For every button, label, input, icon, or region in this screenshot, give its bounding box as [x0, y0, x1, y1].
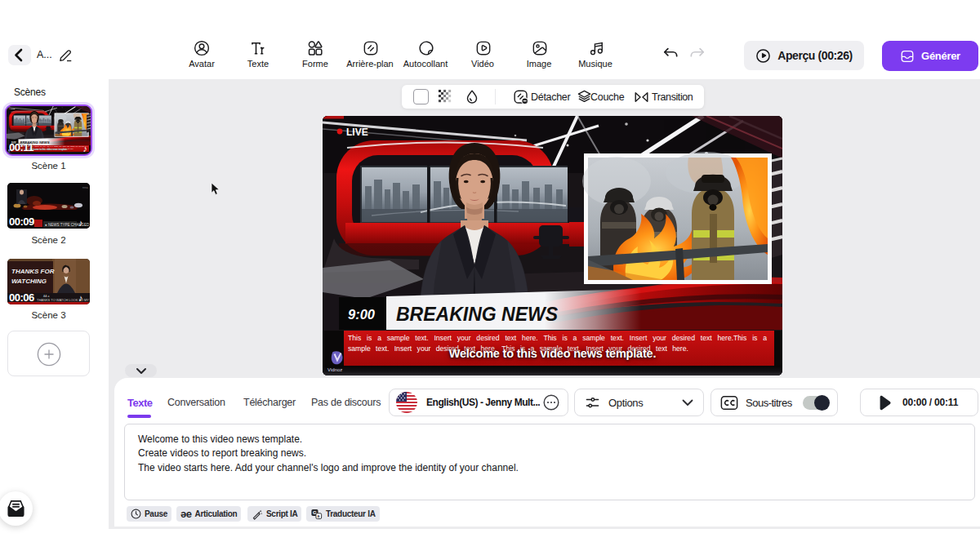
svg-text:LIVE: LIVE	[346, 127, 368, 138]
svg-text:● NEWS TYPE CHANGED HE: ● NEWS TYPE CHANGED HE	[45, 223, 90, 227]
svg-text:nna: nna	[82, 185, 88, 189]
svg-text:♪: ♪	[78, 293, 83, 303]
svg-text:00:06: 00:06	[9, 291, 34, 304]
svg-text:LIVE: LIVE	[11, 108, 15, 109]
svg-text:♪: ♪	[78, 218, 83, 228]
svg-text:WATCHING: WATCHING	[11, 278, 47, 285]
svg-text:BREAKING NEWS: BREAKING NEWS	[396, 304, 559, 325]
svg-text:THANKS FOR: THANKS FOR	[11, 268, 55, 275]
svg-text:00:09: 00:09	[9, 216, 34, 228]
svg-text:9:00: 9:00	[348, 307, 376, 322]
svg-text:Vidnoz: Vidnoz	[327, 367, 342, 372]
svg-text:a: a	[317, 514, 319, 518]
